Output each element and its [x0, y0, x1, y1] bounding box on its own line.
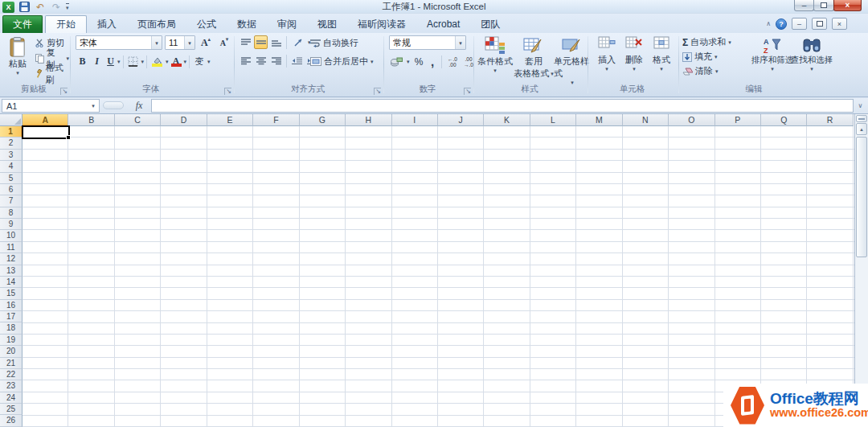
column-header-C[interactable]: C — [115, 114, 161, 126]
undo-button[interactable]: ↶ — [34, 2, 47, 13]
row-header-18[interactable]: 18 — [0, 322, 23, 334]
row-header-4[interactable]: 4 — [0, 161, 23, 172]
column-header-E[interactable]: E — [207, 114, 253, 126]
align-bottom-button[interactable] — [269, 35, 283, 49]
row-header-1[interactable]: 1 — [0, 126, 23, 138]
column-header-J[interactable]: J — [438, 114, 484, 126]
row-header-10[interactable]: 10 — [0, 230, 23, 241]
align-middle-button[interactable] — [254, 35, 268, 49]
align-top-button[interactable] — [239, 35, 252, 49]
merge-center-button[interactable]: 合并后居中 ▾ — [309, 55, 375, 68]
font-size-combo[interactable]: 11 ▾ — [165, 35, 195, 50]
autosum-button[interactable]: Σ 自动求和 ▾ — [681, 35, 733, 49]
underline-dropdown-icon[interactable]: ▾ — [117, 59, 121, 64]
column-header-O[interactable]: O — [669, 114, 714, 126]
phonetic-guide-button[interactable]: 变 — [192, 55, 207, 68]
row-header-15[interactable]: 15 — [0, 288, 23, 299]
name-box[interactable]: A1 ▾ — [2, 99, 100, 113]
tab-审阅[interactable]: 审阅 — [267, 15, 307, 33]
column-header-R[interactable]: R — [807, 114, 853, 126]
tab-团队[interactable]: 团队 — [470, 15, 510, 33]
vertical-scrollbar[interactable]: ▲ — [854, 114, 868, 427]
scrollbar-thumb[interactable] — [856, 137, 867, 257]
insert-function-button[interactable]: fx — [130, 99, 148, 113]
phonetic-dropdown-icon[interactable]: ▾ — [207, 59, 211, 64]
excel-logo-icon[interactable]: X — [2, 2, 14, 13]
column-header-A[interactable]: A — [23, 114, 68, 126]
name-box-dropdown[interactable]: ▾ — [88, 100, 99, 112]
redo-button[interactable]: ↷ — [50, 2, 63, 13]
row-header-23[interactable]: 23 — [0, 380, 23, 392]
conditional-formatting-button[interactable]: 条件格式 ▾ — [477, 34, 514, 85]
formula-input[interactable] — [151, 99, 854, 113]
wrap-text-button[interactable]: 自动换行 — [309, 36, 360, 50]
workbook-close-button[interactable]: × — [832, 18, 847, 30]
expand-formula-bar-button[interactable]: ∨ — [854, 99, 866, 113]
selected-cell-A1[interactable] — [22, 125, 70, 139]
row-header-5[interactable]: 5 — [0, 173, 23, 184]
row-header-9[interactable]: 9 — [0, 219, 23, 230]
font-name-dropdown[interactable]: ▾ — [151, 36, 162, 49]
paste-button[interactable]: 粘贴 ▾ — [4, 35, 31, 86]
accounting-dropdown-icon[interactable]: ▾ — [407, 59, 410, 64]
tab-公式[interactable]: 公式 — [186, 15, 227, 33]
bold-button[interactable]: B — [76, 55, 89, 68]
tab-视图[interactable]: 视图 — [307, 15, 347, 33]
sort-filter-button[interactable]: A Z 排序和筛选 ▾ — [751, 35, 793, 72]
font-size-dropdown[interactable]: ▾ — [184, 36, 194, 49]
collapse-ribbon-icon[interactable]: ∧ — [766, 20, 771, 27]
tab-开始[interactable]: 开始 — [45, 15, 87, 33]
workbook-minimize-button[interactable]: – — [792, 18, 807, 30]
format-as-table-button[interactable]: 套用 表格格式▾ — [514, 34, 554, 85]
help-icon[interactable]: ? — [776, 18, 787, 30]
number-dialog-launcher[interactable]: ↘ — [464, 88, 471, 95]
row-header-7[interactable]: 7 — [0, 195, 23, 207]
row-header-21[interactable]: 21 — [0, 358, 23, 369]
row-header-17[interactable]: 17 — [0, 311, 23, 322]
customize-qat-button[interactable]: ▾ — [66, 3, 69, 10]
row-header-20[interactable]: 20 — [0, 346, 23, 357]
row-header-25[interactable]: 25 — [0, 404, 23, 415]
tab-file[interactable]: 文件 — [2, 15, 43, 33]
scroll-up-button[interactable]: ▲ — [856, 123, 867, 135]
font-name-combo[interactable]: 宋体 ▾ — [76, 35, 162, 50]
select-all-corner[interactable] — [0, 114, 23, 126]
row-header-26[interactable]: 26 — [0, 415, 23, 426]
accounting-format-button[interactable] — [388, 55, 404, 68]
row-header-6[interactable]: 6 — [0, 184, 23, 195]
number-format-combo[interactable]: 常规 ▾ — [389, 35, 466, 50]
column-header-M[interactable]: M — [576, 114, 622, 126]
cell-styles-button[interactable]: 单元格样式 ▾ — [554, 34, 591, 85]
tab-数据[interactable]: 数据 — [227, 15, 267, 33]
orientation-button[interactable] — [290, 35, 306, 49]
percent-style-button[interactable]: % — [412, 55, 426, 68]
insert-cells-button[interactable]: 插入 ▾ — [593, 34, 620, 72]
tab-Acrobat[interactable]: Acrobat — [416, 15, 470, 33]
delete-cells-button[interactable]: 删除 ▾ — [620, 34, 648, 72]
format-cells-button[interactable]: 格式 ▾ — [648, 34, 675, 72]
grow-font-button[interactable]: A ▴ — [198, 36, 214, 50]
row-header-24[interactable]: 24 — [0, 392, 23, 404]
row-header-12[interactable]: 12 — [0, 253, 23, 265]
row-header-11[interactable]: 11 — [0, 242, 23, 253]
column-header-P[interactable]: P — [715, 114, 761, 126]
row-header-16[interactable]: 16 — [0, 300, 23, 311]
fill-color-button[interactable] — [149, 55, 165, 68]
clipboard-dialog-launcher[interactable]: ↘ — [60, 88, 68, 95]
close-button[interactable]: × — [833, 0, 862, 11]
borders-button[interactable] — [126, 55, 141, 68]
save-button[interactable] — [18, 2, 31, 13]
minimize-button[interactable]: – — [794, 0, 814, 11]
cells-area[interactable] — [23, 126, 854, 427]
font-color-button[interactable]: A — [170, 55, 183, 68]
decrease-decimal-button[interactable]: .00 →.0 — [462, 55, 476, 68]
align-left-button[interactable] — [239, 54, 252, 68]
row-header-3[interactable]: 3 — [0, 150, 23, 161]
column-header-K[interactable]: K — [484, 114, 530, 126]
alignment-dialog-launcher[interactable]: ↘ — [374, 88, 381, 95]
column-header-Q[interactable]: Q — [761, 114, 807, 126]
underline-button[interactable]: U — [104, 55, 117, 68]
font-dialog-launcher[interactable]: ↘ — [224, 88, 231, 95]
column-header-H[interactable]: H — [346, 114, 391, 126]
column-header-D[interactable]: D — [161, 114, 207, 126]
